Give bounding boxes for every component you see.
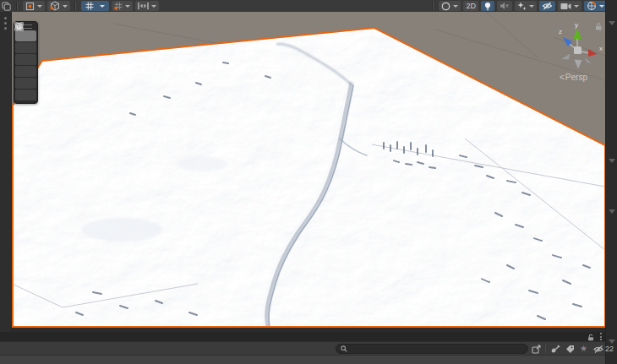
rotate-tool-button[interactable] xyxy=(15,54,36,65)
dropdown-arrow-icon xyxy=(63,5,68,8)
hidden-eye-icon xyxy=(592,345,604,354)
gizmo-center-cube[interactable] xyxy=(574,46,582,54)
persp-label: Persp xyxy=(565,73,587,82)
effects-sparkle-icon xyxy=(517,2,527,11)
audio-muted-icon xyxy=(500,2,510,10)
camera-settings-button[interactable] xyxy=(558,1,582,11)
bottom-strip xyxy=(0,355,605,364)
scene-visibility-button[interactable] xyxy=(539,1,555,11)
panel-menu-kebab-icon[interactable] xyxy=(600,333,602,342)
gizmo-negative-axes[interactable] xyxy=(560,53,592,69)
audio-toggle-button[interactable] xyxy=(497,1,512,11)
scale-tool-button[interactable] xyxy=(15,66,36,77)
right-collapse-strip xyxy=(605,0,617,364)
toolbar-separator xyxy=(432,2,434,10)
panel-header-bar xyxy=(0,332,605,341)
hidden-objects-button[interactable]: 22 xyxy=(590,343,616,355)
picker-icon xyxy=(550,345,560,354)
move-tool-button[interactable] xyxy=(15,42,36,53)
gizmos-button[interactable] xyxy=(584,1,607,11)
light-bulb-icon xyxy=(483,2,492,11)
open-in-window-icon xyxy=(532,345,541,354)
rect-tool-button[interactable] xyxy=(15,78,36,89)
toolbar-separator xyxy=(545,345,546,353)
snap-settings-button[interactable] xyxy=(135,1,159,11)
lock-icon[interactable] xyxy=(587,334,595,341)
tool-handle-pivot-button[interactable] xyxy=(23,1,45,11)
gizmo-lock-icon[interactable] xyxy=(595,23,603,30)
open-in-window-button[interactable] xyxy=(529,343,543,355)
grid-icon xyxy=(85,2,94,10)
tools-overlay xyxy=(14,21,38,104)
gizmo-y-axis[interactable] xyxy=(573,29,582,39)
grid-snapping-button[interactable] xyxy=(81,1,109,11)
grid-snapping-dropdown[interactable] xyxy=(97,1,106,11)
dropdown-arrow-icon xyxy=(529,5,534,8)
cube-orientation-icon xyxy=(50,1,60,11)
gizmo-x-axis[interactable] xyxy=(588,49,597,57)
2d-label: 2D xyxy=(466,1,476,11)
picker-button[interactable] xyxy=(548,343,563,355)
overlay-menu-icon[interactable] xyxy=(0,0,12,12)
dropdown-arrow-icon xyxy=(100,5,105,8)
grid-snapping-toggle[interactable] xyxy=(84,1,96,11)
scene-lighting-button[interactable] xyxy=(481,1,494,11)
gizmo-z-label: z xyxy=(559,28,562,35)
collapse-arrow-icon[interactable] xyxy=(609,21,615,25)
left-overlay-strip xyxy=(0,13,12,332)
collapse-arrow-icon[interactable] xyxy=(609,159,615,163)
toolbar-separator xyxy=(16,2,18,10)
dropdown-arrow-icon xyxy=(151,5,156,8)
star-icon: ★ xyxy=(580,343,587,355)
tag-icon xyxy=(565,345,575,354)
search-toolbar: ★ 22 xyxy=(0,341,605,355)
snap-brackets-icon xyxy=(138,2,149,10)
collapse-arrow-icon[interactable] xyxy=(609,209,615,214)
shaded-mode-icon xyxy=(441,2,450,11)
dropdown-arrow-icon xyxy=(453,5,458,8)
effects-button[interactable] xyxy=(515,1,537,11)
persp-chevron-icon: < xyxy=(560,73,563,82)
pivot-square-icon xyxy=(25,2,35,11)
grid-increment-icon xyxy=(114,2,123,10)
search-icon xyxy=(341,345,347,352)
projection-toggle[interactable]: < Persp xyxy=(560,71,605,83)
gizmo-x-label: x xyxy=(599,45,603,52)
tool-handle-rotation-button[interactable] xyxy=(47,1,70,11)
camera-icon xyxy=(560,3,571,10)
gizmos-sphere-icon xyxy=(587,1,597,11)
dropdown-arrow-icon xyxy=(599,5,604,8)
view-hand-tool-button[interactable] xyxy=(15,30,36,41)
favorites-button[interactable]: ★ xyxy=(577,343,590,355)
draw-mode-button[interactable] xyxy=(439,1,461,11)
search-field[interactable] xyxy=(336,344,528,354)
toolbar-separator xyxy=(74,2,76,10)
transform-tool-button[interactable] xyxy=(15,90,36,101)
unity-scene-view: 2D xyxy=(0,0,617,364)
grid-increment-snap-button[interactable] xyxy=(112,1,133,11)
scene-viewport[interactable] xyxy=(12,12,605,332)
scene-render xyxy=(12,12,605,332)
transform-icon xyxy=(14,22,24,31)
dropdown-arrow-icon xyxy=(574,5,579,8)
dropdown-arrow-icon xyxy=(37,5,42,8)
dropdown-arrow-icon xyxy=(125,5,130,8)
hidden-count: 22 xyxy=(605,345,614,353)
2d-toggle-button[interactable]: 2D xyxy=(463,1,478,11)
search-input[interactable] xyxy=(350,345,523,353)
gizmo-y-label: y xyxy=(575,21,578,29)
scene-toolbar: 2D xyxy=(0,0,617,13)
tag-filter-button[interactable] xyxy=(563,343,577,355)
crossed-eye-icon xyxy=(542,2,553,10)
overlay-kebab-icon[interactable] xyxy=(4,17,7,32)
